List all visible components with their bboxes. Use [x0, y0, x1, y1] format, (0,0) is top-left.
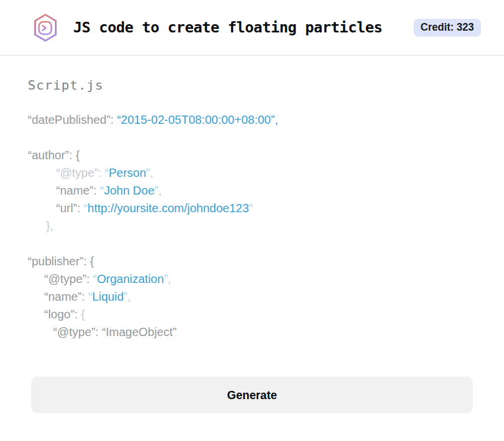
- code-line: [28, 129, 476, 146]
- code-line: [28, 235, 476, 252]
- code-token: “@type”:: [56, 166, 105, 179]
- code-line: “logo”: {: [28, 305, 476, 323]
- terminal-prompt-hexagon-icon: [31, 13, 60, 42]
- code-line: “@type”: “ImageObject”: [28, 323, 476, 341]
- code-token: “url”:: [56, 202, 84, 215]
- code-token: “author”: {: [28, 149, 80, 162]
- code-token: “name”:: [44, 290, 88, 303]
- code-block: “datePublished”: “2015-02-05T08:00:00+08…: [28, 111, 476, 341]
- page-title: JS code to create floating particles: [73, 19, 382, 36]
- code-line: “name”: “John Doe”,: [28, 182, 476, 199]
- code-token: “name”:: [56, 184, 100, 197]
- code-token: John Doe: [104, 184, 155, 197]
- generate-button[interactable]: Generate: [31, 377, 473, 413]
- footer: Generate: [0, 377, 504, 413]
- code-token: Person: [109, 166, 146, 179]
- credit-badge: Credit: 323: [414, 19, 481, 37]
- code-token: ,: [168, 272, 171, 285]
- code-token: “@type”:: [44, 272, 93, 285]
- code-line: “author”: {: [28, 146, 476, 164]
- code-line: “@type”: “Organization”,: [28, 270, 476, 288]
- code-token: },: [46, 219, 53, 232]
- code-token: ”: [249, 202, 253, 215]
- code-line: “@type”: “Person”,: [28, 164, 476, 182]
- code-token: “@type”: “ImageObject”: [53, 325, 176, 338]
- code-token: Liquid: [92, 290, 123, 303]
- code-token: “2015-02-05T08:00:00+08:00”,: [117, 113, 278, 126]
- app-header: JS code to create floating particles Cre…: [0, 0, 504, 56]
- code-token: {: [81, 308, 85, 321]
- code-line: “datePublished”: “2015-02-05T08:00:00+08…: [28, 111, 476, 129]
- code-line: “url”: “http://yoursite.com/johndoe123”: [28, 199, 476, 217]
- code-token: ,: [150, 166, 153, 179]
- script-filename: Script.js: [28, 78, 476, 93]
- code-line: “name”: “Liquid”,: [28, 288, 476, 305]
- code-line: },: [28, 217, 476, 235]
- main-content: Script.js “datePublished”: “2015-02-05T0…: [0, 78, 504, 341]
- code-token: ,: [158, 184, 162, 197]
- code-token: “publisher”: {: [28, 255, 94, 268]
- code-token: ,: [127, 290, 131, 303]
- code-token: “logo”:: [44, 308, 81, 321]
- code-token: http://yoursite.com/johndoe123: [87, 202, 249, 215]
- code-token: “datePublished”:: [28, 113, 117, 126]
- code-line: “publisher”: {: [28, 252, 476, 270]
- code-token: Organization: [97, 272, 163, 285]
